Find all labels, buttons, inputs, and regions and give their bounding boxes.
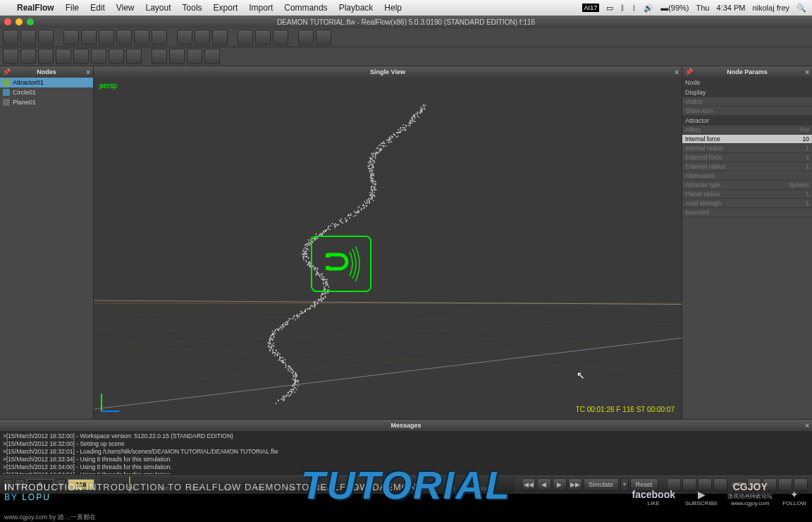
step-prev-button[interactable]: ◀ (537, 478, 551, 491)
volume-icon[interactable]: 🔊 (644, 4, 653, 13)
param-row[interactable]: Bounded (682, 208, 812, 217)
param-row[interactable]: Axial strength1 (682, 199, 812, 208)
play-next-button[interactable]: ▶▶ (568, 478, 582, 491)
toolbar-button[interactable] (204, 49, 220, 64)
param-row[interactable]: AffectFor (682, 126, 812, 135)
menu-export[interactable]: Export (214, 3, 238, 13)
toolbar-button[interactable] (212, 30, 228, 45)
node-item-plane01[interactable]: Plane01 (0, 97, 93, 107)
attractor-gizmo[interactable] (311, 236, 371, 292)
param-row[interactable]: Attenuated (682, 171, 812, 181)
pin-icon[interactable]: 📌 (685, 68, 692, 75)
step-next-button[interactable]: ▶ (553, 478, 567, 491)
svg-point-127 (374, 155, 376, 157)
svg-point-513 (293, 317, 294, 319)
param-row[interactable]: Show icon (682, 107, 812, 116)
svg-point-378 (309, 261, 310, 262)
play-prev-button[interactable]: ◀◀ (522, 478, 536, 491)
svg-point-203 (374, 188, 375, 189)
param-row[interactable]: Attractor typeSpheric (682, 181, 812, 190)
toolbar-button[interactable] (56, 49, 71, 64)
svg-point-466 (321, 299, 322, 301)
battery-icon[interactable]: ▬ (99%) (660, 4, 689, 12)
toolbar-button[interactable] (255, 30, 271, 45)
simulate-dropdown[interactable]: ▾ (620, 478, 629, 491)
menu-help[interactable]: Help (384, 3, 402, 13)
close-icon[interactable]: × (86, 68, 90, 76)
close-icon[interactable]: × (805, 68, 809, 76)
menu-file[interactable]: File (66, 3, 79, 13)
param-row[interactable]: External force1 (682, 153, 812, 162)
zoom-button[interactable] (27, 18, 34, 25)
param-row[interactable]: Internal force10 (682, 135, 812, 144)
bluetooth-icon[interactable]: ᛒ (620, 4, 625, 12)
svg-point-290 (333, 224, 335, 226)
svg-point-329 (307, 239, 309, 241)
toolbar-button[interactable] (195, 30, 210, 45)
menubar-user[interactable]: nikolaj frey (752, 4, 789, 12)
toolbar-button[interactable] (63, 30, 79, 45)
toolbar-button[interactable] (3, 49, 18, 64)
toolbar-button[interactable] (38, 49, 54, 64)
svg-point-140 (374, 160, 375, 162)
svg-point-342 (304, 247, 306, 248)
svg-point-212 (372, 190, 374, 192)
toolbar-button[interactable] (20, 49, 36, 64)
toolbar-button[interactable] (81, 30, 97, 45)
svg-point-704 (281, 399, 282, 400)
param-row[interactable]: Visible (682, 97, 812, 107)
svg-point-489 (307, 308, 308, 310)
minimize-button[interactable] (16, 18, 23, 25)
simulate-button[interactable]: Simulate (584, 478, 619, 491)
toolbar-button[interactable] (20, 30, 36, 45)
svg-point-209 (374, 192, 375, 193)
toolbar-button[interactable] (3, 30, 18, 45)
menu-tools[interactable]: Tools (183, 3, 202, 13)
menu-edit[interactable]: Edit (90, 3, 105, 13)
toolbar-button[interactable] (238, 30, 253, 45)
param-row[interactable]: Planet radius1 (682, 190, 812, 199)
svg-point-124 (373, 153, 374, 154)
toolbar-button[interactable] (73, 49, 89, 64)
toolbar-button[interactable] (169, 49, 185, 64)
svg-point-293 (335, 226, 336, 227)
toolbar-button[interactable] (109, 49, 124, 64)
toolbar-button[interactable] (273, 30, 288, 45)
param-row[interactable]: External radius1 (682, 162, 812, 171)
param-row[interactable]: Internal radius1 (682, 144, 812, 153)
wifi-icon[interactable]: ⧙ (632, 4, 636, 12)
toolbar-button[interactable] (91, 49, 106, 64)
menu-layout[interactable]: Layout (146, 3, 171, 13)
close-icon[interactable]: × (805, 422, 809, 430)
menu-view[interactable]: View (116, 3, 135, 13)
svg-point-531 (279, 327, 281, 329)
close-button[interactable] (4, 18, 11, 25)
menu-import[interactable]: Import (249, 3, 273, 13)
svg-point-292 (334, 227, 336, 229)
toolbar-button[interactable] (152, 49, 167, 64)
node-item-circle01[interactable]: Circle01 (0, 87, 93, 97)
toolbar-button[interactable] (316, 30, 331, 45)
toolbar-button[interactable] (187, 49, 202, 64)
display-icon[interactable]: ▭ (606, 4, 613, 13)
toolbar-button[interactable] (99, 30, 114, 45)
menu-playback[interactable]: Playback (339, 3, 374, 13)
menubar-time[interactable]: 4:34 PM (716, 4, 745, 12)
toolbar-button[interactable] (116, 30, 132, 45)
menu-commands[interactable]: Commands (284, 3, 327, 13)
svg-point-246 (362, 204, 364, 205)
toolbar-button[interactable] (177, 30, 192, 45)
app-name[interactable]: RealFlow (17, 3, 54, 13)
toolbar-button[interactable] (152, 30, 167, 45)
toolbar-button[interactable] (134, 30, 149, 45)
svg-point-339 (307, 243, 308, 245)
spotlight-icon[interactable]: 🔍 (796, 4, 806, 13)
toolbar-button[interactable] (126, 49, 142, 64)
close-icon[interactable]: × (675, 68, 679, 76)
menubar-day[interactable]: Thu (696, 4, 709, 12)
node-item-attractor01[interactable]: Attractor01 (0, 78, 93, 87)
toolbar-button[interactable] (38, 30, 54, 45)
viewport[interactable]: persp (94, 78, 682, 419)
pin-icon[interactable]: 📌 (3, 68, 10, 75)
toolbar-button[interactable] (298, 30, 314, 45)
